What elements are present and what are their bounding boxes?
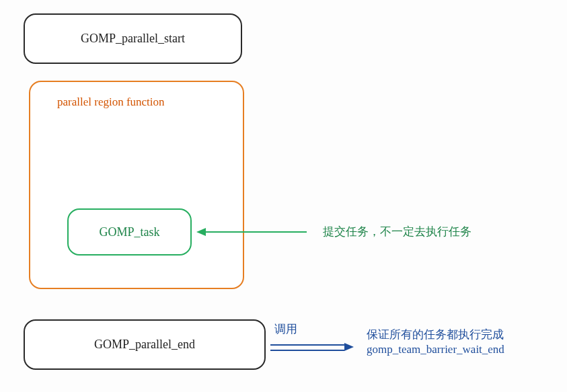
end-call-label: 调用 (274, 321, 297, 337)
parallel-region-box: parallel region function (29, 81, 244, 289)
gomp-task-label: GOMP_task (99, 225, 159, 239)
parallel-region-label: parallel region function (57, 95, 165, 109)
gomp-task-box: GOMP_task (67, 208, 192, 256)
gomp-parallel-end-box: GOMP_parallel_end (24, 319, 266, 370)
end-arrow-line-top (270, 344, 344, 346)
end-arrow-line-bottom (270, 350, 344, 351)
end-guarantee-text: 保证所有的任务都执行完成 (367, 327, 504, 342)
task-arrow-line (206, 231, 307, 233)
barrier-fn-text: gomp_team_barrier_wait_end (367, 343, 504, 356)
gomp-parallel-start-label: GOMP_parallel_start (81, 32, 185, 46)
gomp-parallel-end-label: GOMP_parallel_end (94, 338, 195, 352)
task-arrow-head-icon (196, 228, 206, 236)
gomp-parallel-start-box: GOMP_parallel_start (24, 13, 242, 64)
task-annotation-text: 提交任务，不一定去执行任务 (323, 224, 471, 239)
end-arrow-head-icon (344, 343, 354, 351)
